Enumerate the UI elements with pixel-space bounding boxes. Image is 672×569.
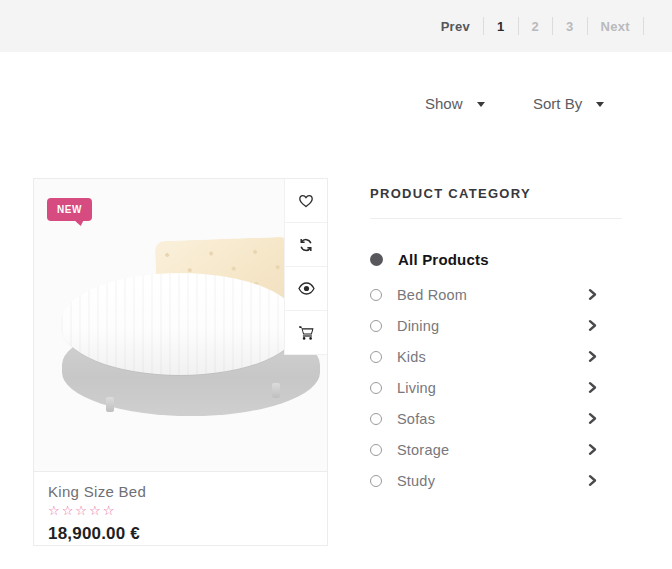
product-title-link[interactable]: King Size Bed bbox=[48, 483, 313, 500]
radio-icon bbox=[370, 289, 382, 301]
radio-icon bbox=[370, 475, 382, 487]
radio-icon bbox=[370, 413, 382, 425]
radio-icon bbox=[370, 351, 382, 363]
category-item-kids[interactable]: Kids bbox=[370, 341, 622, 372]
category-item-living[interactable]: Living bbox=[370, 372, 622, 403]
category-item-all-products[interactable]: All Products bbox=[370, 244, 622, 275]
show-dropdown-label: Show bbox=[425, 95, 463, 112]
category-label: Living bbox=[397, 380, 436, 396]
category-label: Kids bbox=[397, 349, 426, 365]
category-label: Study bbox=[397, 473, 435, 489]
top-pagination-bar: Prev 1 2 3 Next bbox=[0, 0, 672, 52]
chevron-right-icon[interactable] bbox=[587, 319, 598, 332]
pagination-page-1[interactable]: 1 bbox=[484, 17, 519, 35]
category-label: Bed Room bbox=[397, 287, 467, 303]
chevron-right-icon[interactable] bbox=[587, 350, 598, 363]
product-action-rail bbox=[284, 179, 327, 355]
product-info: King Size Bed ☆☆☆☆☆ 18,900.00 € bbox=[34, 471, 327, 544]
category-item-bed-room[interactable]: Bed Room bbox=[370, 279, 622, 310]
radio-icon bbox=[370, 320, 382, 332]
sidebar-divider bbox=[370, 218, 622, 219]
show-dropdown[interactable]: Show bbox=[425, 95, 485, 112]
category-item-study[interactable]: Study bbox=[370, 465, 622, 496]
pagination-page-2[interactable]: 2 bbox=[519, 17, 554, 35]
sort-by-dropdown[interactable]: Sort By bbox=[533, 95, 604, 112]
category-label: Storage bbox=[397, 442, 449, 458]
chevron-right-icon[interactable] bbox=[587, 412, 598, 425]
sort-by-dropdown-label: Sort By bbox=[533, 95, 582, 112]
category-item-storage[interactable]: Storage bbox=[370, 434, 622, 465]
chevron-right-icon[interactable] bbox=[587, 474, 598, 487]
bed-leg bbox=[272, 383, 280, 398]
category-label: All Products bbox=[398, 251, 489, 268]
refresh-compare-icon bbox=[298, 237, 314, 253]
bed-leg bbox=[106, 397, 114, 412]
pagination-next-button[interactable]: Next bbox=[588, 17, 644, 35]
pagination: Prev 1 2 3 Next bbox=[428, 0, 644, 52]
star-icon: ☆ bbox=[89, 503, 103, 518]
chevron-right-icon[interactable] bbox=[587, 381, 598, 394]
chevron-down-icon bbox=[477, 102, 485, 107]
product-card: NEW bbox=[33, 178, 328, 546]
product-price: 18,900.00 € bbox=[48, 524, 313, 544]
radio-selected-icon bbox=[370, 253, 383, 266]
cart-icon bbox=[298, 325, 315, 341]
category-sidebar: PRODUCT CATEGORY All Products Bed Room D… bbox=[370, 186, 622, 496]
product-rating: ☆☆☆☆☆ bbox=[48, 503, 313, 518]
chevron-right-icon[interactable] bbox=[587, 443, 598, 456]
bed-mattress bbox=[61, 273, 299, 375]
sidebar-title: PRODUCT CATEGORY bbox=[370, 186, 622, 201]
star-icon: ☆ bbox=[62, 503, 76, 518]
radio-icon bbox=[370, 444, 382, 456]
wishlist-button[interactable] bbox=[285, 179, 327, 223]
compare-button[interactable] bbox=[285, 223, 327, 267]
star-icon: ☆ bbox=[75, 503, 89, 518]
pagination-page-3[interactable]: 3 bbox=[553, 17, 588, 35]
category-list: All Products Bed Room Dining Kids L bbox=[370, 244, 622, 496]
category-item-dining[interactable]: Dining bbox=[370, 310, 622, 341]
star-icon: ☆ bbox=[48, 503, 62, 518]
eye-icon bbox=[298, 282, 315, 295]
quick-view-button[interactable] bbox=[285, 267, 327, 311]
pagination-prev-button[interactable]: Prev bbox=[428, 17, 484, 35]
product-image-link[interactable]: NEW bbox=[34, 179, 327, 471]
new-badge: NEW bbox=[47, 198, 92, 221]
category-label: Dining bbox=[397, 318, 439, 334]
chevron-down-icon bbox=[596, 102, 604, 107]
add-to-cart-button[interactable] bbox=[285, 311, 327, 355]
chevron-right-icon[interactable] bbox=[587, 288, 598, 301]
heart-icon bbox=[298, 193, 314, 209]
radio-icon bbox=[370, 382, 382, 394]
category-item-sofas[interactable]: Sofas bbox=[370, 403, 622, 434]
category-label: Sofas bbox=[397, 411, 435, 427]
star-icon: ☆ bbox=[103, 503, 117, 518]
